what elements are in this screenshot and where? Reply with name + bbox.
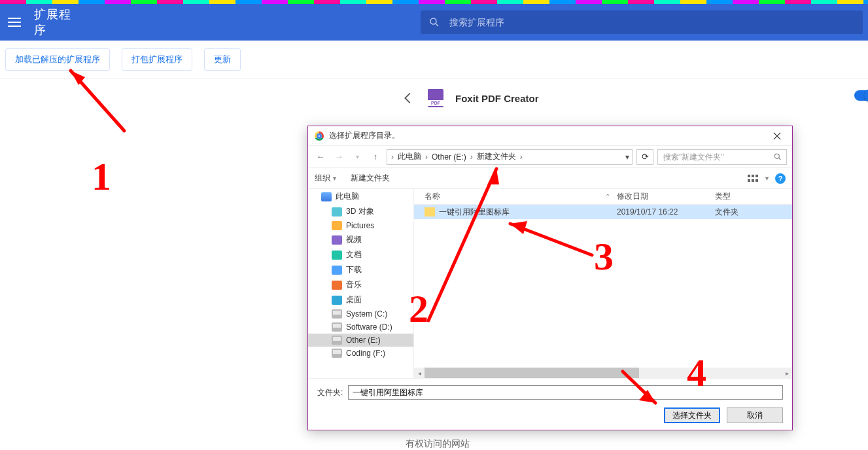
folder-label: 文件夹: xyxy=(317,387,343,398)
tree-label: Coding (F:) xyxy=(346,349,385,358)
back-icon[interactable] xyxy=(400,90,416,106)
path-seg-folder[interactable]: 新建文件夹 xyxy=(476,151,517,162)
tree-icon xyxy=(332,281,342,290)
help-icon[interactable]: ? xyxy=(775,173,786,184)
page-title: 扩展程序 xyxy=(34,7,84,38)
tree-icon xyxy=(332,235,342,245)
list-row[interactable]: 一键引用阿里图标库2019/10/17 16:22文件夹 xyxy=(414,205,792,219)
address-dropdown-icon[interactable]: ▾ xyxy=(625,152,629,162)
nav-back-icon[interactable]: ← xyxy=(313,152,328,162)
tree-icon xyxy=(332,207,342,216)
organize-menu[interactable]: 组织 ▾ xyxy=(315,173,336,184)
column-date[interactable]: 修改日期 xyxy=(617,191,715,202)
tree-node[interactable]: 视频 xyxy=(308,232,413,247)
search-icon xyxy=(773,152,782,162)
tree-node[interactable]: Other (E:) xyxy=(308,334,413,347)
tree-icon xyxy=(332,309,342,319)
svg-rect-9 xyxy=(755,179,758,182)
dialog-footer: 文件夹: 选择文件夹 取消 xyxy=(308,378,792,430)
dialog-titlebar: 选择扩展程序目录。 xyxy=(308,126,792,146)
svg-rect-8 xyxy=(752,179,754,182)
folder-tree[interactable]: 此电脑3D 对象Pictures视频文档下载音乐桌面System (C:)Sof… xyxy=(308,189,414,378)
tree-node[interactable]: 此电脑 xyxy=(308,189,413,204)
nav-up-icon[interactable]: ↑ xyxy=(368,152,383,162)
tree-node[interactable]: Software (D:) xyxy=(308,320,413,334)
tree-label: Other (E:) xyxy=(346,336,381,345)
svg-line-3 xyxy=(779,158,781,160)
pdf-icon xyxy=(428,89,443,107)
tree-label: Software (D:) xyxy=(346,322,392,332)
refresh-icon[interactable]: ⟳ xyxy=(636,149,653,165)
tree-node[interactable]: System (C:) xyxy=(308,307,413,320)
tree-node[interactable]: 桌面 xyxy=(308,292,413,307)
dialog-title: 选择扩展程序目录。 xyxy=(329,130,400,141)
column-type[interactable]: 类型 xyxy=(715,191,792,202)
svg-line-1 xyxy=(436,24,439,26)
scroll-left-icon[interactable]: ◂ xyxy=(414,370,425,377)
dialog-search-input[interactable] xyxy=(662,152,773,162)
tree-icon xyxy=(332,336,342,345)
view-mode-icon[interactable] xyxy=(747,174,759,183)
nav-recent-icon[interactable]: ▾ xyxy=(350,153,364,160)
tree-node[interactable]: 文档 xyxy=(308,247,413,262)
load-unpacked-button[interactable]: 加载已解压的扩展程序 xyxy=(5,48,110,71)
chevron-down-icon[interactable]: ▾ xyxy=(765,175,769,182)
row-type: 文件夹 xyxy=(715,207,792,218)
nav-forward-icon: → xyxy=(332,152,346,162)
svg-rect-4 xyxy=(748,175,750,177)
tree-icon xyxy=(332,251,342,260)
tree-icon xyxy=(332,349,342,358)
chevron-right-icon: › xyxy=(425,152,428,162)
tree-label: System (C:) xyxy=(346,309,387,319)
chrome-icon xyxy=(315,131,324,141)
tree-label: 文档 xyxy=(346,249,362,260)
chevron-right-icon: › xyxy=(470,152,473,162)
tree-node[interactable]: 3D 对象 xyxy=(308,204,413,219)
pack-extension-button[interactable]: 打包扩展程序 xyxy=(122,48,192,71)
scroll-thumb[interactable] xyxy=(425,368,639,378)
extension-name: Foxit PDF Creator xyxy=(455,93,539,104)
tree-node[interactable]: Pictures xyxy=(308,219,413,232)
path-seg-pc[interactable]: 此电脑 xyxy=(396,151,423,162)
cancel-button[interactable]: 取消 xyxy=(727,407,783,423)
search-field[interactable] xyxy=(421,10,863,34)
svg-text:1: 1 xyxy=(92,155,111,198)
tree-label: 3D 对象 xyxy=(346,206,374,217)
search-input[interactable] xyxy=(448,16,855,28)
column-name[interactable]: 名称 ⌃ xyxy=(414,191,617,202)
extension-toggle[interactable] xyxy=(854,90,868,101)
scroll-right-icon[interactable]: ▸ xyxy=(782,370,792,377)
folder-name-input[interactable] xyxy=(348,385,783,400)
svg-point-2 xyxy=(774,154,779,158)
svg-point-0 xyxy=(430,18,436,24)
row-date: 2019/10/17 16:22 xyxy=(617,207,715,216)
select-folder-button[interactable]: 选择文件夹 xyxy=(664,407,720,423)
tree-icon xyxy=(332,266,342,275)
tree-label: 视频 xyxy=(346,234,362,245)
path-seg-drive[interactable]: Other (E:) xyxy=(430,152,468,162)
extension-detail-panel: Foxit PDF Creator xyxy=(394,78,845,118)
row-name: 一键引用阿里图标库 xyxy=(439,207,510,218)
new-folder-button[interactable]: 新建文件夹 xyxy=(351,173,390,184)
horizontal-scrollbar[interactable]: ◂ ▸ xyxy=(414,368,792,378)
tree-label: 音乐 xyxy=(346,279,362,290)
tree-node[interactable]: 音乐 xyxy=(308,277,413,292)
tree-label: 下载 xyxy=(346,264,362,275)
action-bar: 加载已解压的扩展程序 打包扩展程序 更新 xyxy=(0,41,868,78)
chrome-extensions-header: 扩展程序 xyxy=(0,4,868,41)
chevron-right-icon: › xyxy=(520,152,523,162)
tree-label: 此电脑 xyxy=(336,191,359,202)
tree-icon xyxy=(332,322,342,332)
tree-node[interactable]: 下载 xyxy=(308,262,413,277)
update-button[interactable]: 更新 xyxy=(204,48,241,71)
svg-rect-7 xyxy=(748,179,750,182)
extension-footer-text: 有权访问的网站 xyxy=(406,438,470,450)
menu-icon[interactable] xyxy=(5,13,24,31)
folder-picker-dialog: 选择扩展程序目录。 ← → ▾ ↑ › 此电脑 › Other (E:) › 新… xyxy=(307,126,793,430)
close-icon[interactable] xyxy=(769,129,786,143)
tree-label: Pictures xyxy=(346,221,374,230)
address-bar[interactable]: › 此电脑 › Other (E:) › 新建文件夹 › ▾ xyxy=(387,149,633,165)
list-header[interactable]: 名称 ⌃ 修改日期 类型 xyxy=(414,189,792,205)
tree-node[interactable]: Coding (F:) xyxy=(308,347,413,360)
dialog-search-field[interactable] xyxy=(657,149,787,165)
